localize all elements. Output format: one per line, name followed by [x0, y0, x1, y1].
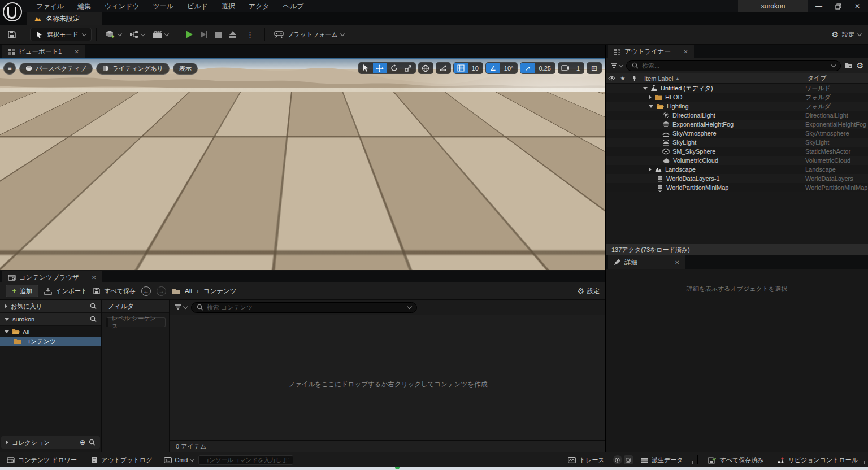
breadcrumb-root[interactable]: All [185, 288, 192, 294]
viewport-tab-close-icon[interactable]: ✕ [74, 49, 79, 55]
menu-window[interactable]: ウィンドウ [98, 2, 146, 11]
expander-icon[interactable] [649, 167, 652, 172]
rotation-snap-value[interactable]: 10° [500, 63, 518, 73]
save-button[interactable] [3, 27, 20, 42]
outliner-row-volumetric-cloud[interactable]: VolumetricCloud VolumetricCloud [606, 156, 868, 165]
surface-snapping-button[interactable] [436, 63, 450, 73]
scale-snap-toggle[interactable]: ↗ [520, 63, 535, 73]
output-log-button[interactable]: アウトプットログ [84, 452, 159, 467]
outliner-row-sky-light[interactable]: SkyLight SkyLight [606, 138, 868, 147]
frame-skip-button[interactable] [197, 27, 212, 42]
expander-icon[interactable] [649, 95, 652, 99]
show-dropdown[interactable]: 表示 [173, 63, 198, 75]
rotate-tool-button[interactable] [387, 63, 401, 73]
pin-column-icon[interactable] [628, 75, 640, 82]
revision-control-button[interactable]: リビジョンコントロール [770, 452, 861, 467]
outliner-search[interactable] [626, 60, 841, 71]
scale-tool-button[interactable] [401, 63, 415, 73]
outliner-filter-button[interactable] [610, 63, 623, 69]
camera-speed-button[interactable] [558, 63, 572, 73]
menu-tools[interactable]: ツール [146, 2, 181, 11]
camera-speed-value[interactable]: 1 [572, 63, 584, 73]
collections-search-icon[interactable] [89, 439, 96, 446]
outliner-tab-close-icon[interactable]: ✕ [683, 49, 688, 55]
blueprints-button[interactable] [125, 27, 149, 42]
folder-content-selected[interactable]: コンテンツ [0, 337, 101, 346]
content-browser-settings[interactable]: ⚙ 設定 [577, 287, 600, 295]
outliner-row-sky-atmosphere[interactable]: SkyAtmosphere SkyAtmosphere [606, 129, 868, 138]
cinematics-button[interactable] [149, 27, 172, 42]
folder-all[interactable]: All [0, 327, 101, 337]
settings-label[interactable]: 設定 [842, 31, 854, 39]
expander-icon[interactable] [643, 87, 648, 90]
world-local-space-button[interactable] [419, 63, 433, 73]
favorites-section[interactable]: お気に入り [0, 300, 101, 313]
perspective-dropdown[interactable]: パースペクティブ [19, 63, 93, 75]
grid-snap-toggle[interactable] [454, 63, 468, 73]
outliner-row-world[interactable]: Untitled (エディタ) ワールド [606, 84, 868, 93]
add-actor-button[interactable]: + [101, 27, 125, 42]
move-tool-button[interactable] [373, 63, 387, 73]
details-tab[interactable]: 詳細 ✕ [608, 255, 685, 269]
item-label-column[interactable]: Item Label ▲ [640, 75, 805, 82]
content-browser-tab[interactable]: コンテンツブラウザ ✕ [2, 271, 102, 284]
back-button[interactable]: ← [141, 286, 151, 296]
console-input[interactable] [198, 455, 293, 465]
save-status-button[interactable]: すべて保存済み [701, 452, 770, 467]
menu-build[interactable]: ビルド [180, 2, 215, 11]
favorite-column-icon[interactable]: ★ [617, 76, 628, 81]
cmd-dropdown[interactable]: Cmd [159, 456, 198, 463]
asset-filter-button[interactable] [175, 304, 187, 311]
menu-actor[interactable]: アクタ [242, 2, 276, 11]
content-drawer-button[interactable]: コンテンツ ドロワー [0, 452, 84, 467]
forward-button[interactable]: → [157, 286, 166, 296]
eject-button[interactable] [225, 27, 240, 42]
minimize-button[interactable]: — [809, 0, 828, 12]
breadcrumb-current[interactable]: コンテンツ [203, 287, 237, 295]
select-mode-dropdown[interactable]: 選択モード [30, 28, 92, 41]
outliner-search-input[interactable] [642, 62, 828, 69]
derived-data-button[interactable]: 派生データ [637, 452, 690, 467]
outliner-row-hlod[interactable]: HLOD フォルダ [606, 93, 868, 102]
outliner-row-world-data-layers[interactable]: WorldDataLayers-1 WorldDataLayers [606, 174, 868, 183]
outliner-tab[interactable]: アウトライナー ✕ [608, 45, 694, 58]
outliner-settings-gear-icon[interactable]: ⚙ [856, 62, 863, 69]
project-root-section[interactable]: surokon [0, 313, 101, 326]
viewport-tab[interactable]: ビューポート1 ✕ [2, 45, 85, 58]
play-button[interactable] [182, 27, 197, 42]
grid-snap-value[interactable]: 10 [468, 63, 483, 73]
save-all-button[interactable]: すべて保存 [93, 287, 136, 295]
restore-button[interactable] [828, 0, 848, 12]
insights-icon[interactable] [613, 455, 622, 464]
outliner-row-landscape[interactable]: Landscape Landscape [606, 165, 868, 174]
outliner-row-sky-sphere[interactable]: SM_SkySphere StaticMeshActor [606, 147, 868, 156]
level-tab[interactable]: 名称未設定 [27, 12, 102, 25]
platforms-dropdown[interactable]: プラットフォーム [270, 27, 348, 42]
outliner-row-lighting[interactable]: Lighting フォルダ [606, 102, 868, 111]
asset-search[interactable] [191, 302, 417, 313]
expander-icon[interactable] [649, 105, 653, 108]
asset-view[interactable]: ファイルをここにドロップするか右クリックしてコンテンツを作成 0 アイテム [170, 300, 605, 452]
details-tab-close-icon[interactable]: ✕ [675, 259, 679, 266]
trace-button[interactable]: トレース [561, 452, 607, 467]
outliner-row-world-partition-minimap[interactable]: WorldPartitionMiniMap WorldPartitionMini… [606, 183, 868, 192]
menu-select[interactable]: 選択 [215, 2, 242, 11]
close-button[interactable]: ✕ [848, 0, 867, 12]
level-sequence-filter-chip[interactable]: レベル シーケンス [106, 317, 166, 327]
visibility-column-icon[interactable] [606, 76, 617, 81]
view-mode-dropdown[interactable]: ライティングあり [96, 63, 170, 75]
import-button[interactable]: インポート [44, 287, 87, 295]
menu-help[interactable]: ヘルプ [276, 2, 311, 11]
stop-button[interactable] [211, 27, 225, 42]
new-folder-icon[interactable] [844, 62, 853, 69]
outliner-row-directional-light[interactable]: DirectionalLight DirectionalLight [606, 111, 868, 120]
menu-edit[interactable]: 編集 [71, 2, 98, 11]
play-options-button[interactable]: ⋮ [240, 27, 260, 42]
add-content-button[interactable]: + 追加 [6, 285, 38, 297]
favorites-search-icon[interactable] [90, 303, 97, 310]
collections-section[interactable]: コレクション ⊕ [1, 436, 100, 449]
asset-search-input[interactable] [207, 304, 405, 311]
menu-file[interactable]: ファイル [29, 2, 71, 11]
outliner-row-height-fog[interactable]: ExponentialHeightFog ExponentialHeightFo… [606, 120, 868, 129]
maximize-viewport-button[interactable]: ⊞ [587, 63, 601, 73]
